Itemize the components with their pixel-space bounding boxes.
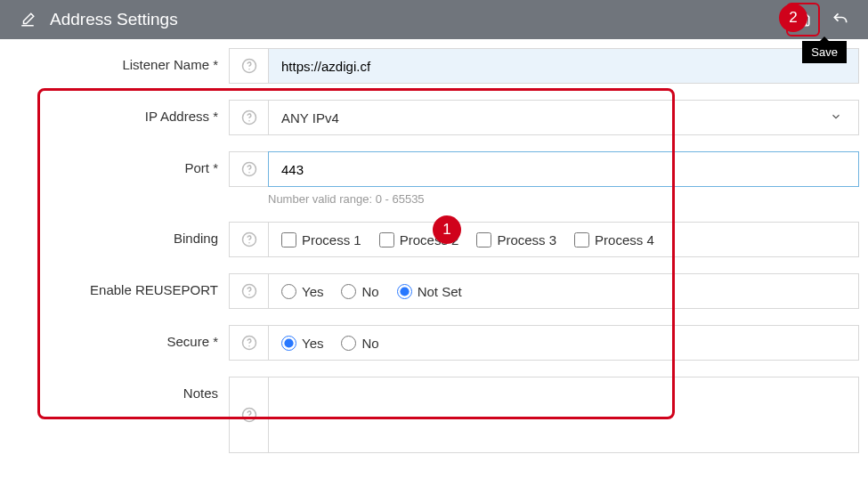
secure-group: Yes No	[268, 325, 859, 361]
reuseport-notset-label: Not Set	[418, 284, 462, 299]
port-input[interactable]	[281, 162, 846, 177]
secure-yes-label: Yes	[302, 336, 323, 351]
row-secure: Secure * Yes No	[9, 325, 859, 361]
binding-process-1[interactable]: Process 1	[281, 232, 361, 248]
ip-address-select[interactable]: ANY IPv4	[281, 110, 846, 126]
secure-no[interactable]: No	[341, 336, 378, 351]
label-reuseport: Enable REUSEPORT	[9, 273, 229, 297]
binding-process-3[interactable]: Process 3	[476, 232, 556, 248]
svg-point-9	[248, 294, 250, 296]
svg-point-13	[248, 418, 250, 419]
binding-process-2-checkbox[interactable]	[379, 232, 394, 248]
svg-point-1	[248, 69, 250, 70]
notes-textarea[interactable]	[274, 383, 853, 447]
row-notes: Notes	[9, 377, 859, 453]
label-listener-name: Listener Name *	[9, 48, 229, 72]
row-binding: Binding Process 1 Process 2	[9, 222, 859, 257]
help-icon[interactable]	[229, 325, 268, 361]
port-input-wrap	[268, 151, 859, 187]
save-button[interactable]	[790, 6, 816, 33]
notes-wrap	[268, 377, 859, 453]
binding-group: Process 1 Process 2 Process 3 Proce	[268, 222, 859, 257]
port-hint: Number valid range: 0 - 65535	[9, 192, 859, 206]
secure-yes-radio[interactable]	[281, 336, 296, 351]
label-notes: Notes	[9, 377, 229, 401]
reuseport-no[interactable]: No	[341, 284, 378, 299]
help-icon[interactable]	[229, 100, 268, 135]
binding-process-4[interactable]: Process 4	[574, 232, 654, 248]
form-body: 1 Listener Name * IP Address *	[0, 39, 868, 461]
listener-name-input-wrap	[268, 48, 859, 84]
svg-point-7	[248, 242, 250, 244]
row-ip-address: IP Address * ANY IPv4	[9, 100, 859, 135]
svg-point-3	[248, 120, 250, 122]
reuseport-yes-radio[interactable]	[281, 284, 296, 299]
secure-no-radio[interactable]	[341, 336, 356, 351]
address-settings-panel: 2 Address Settings Save 1 Listener Name …	[0, 0, 868, 461]
help-icon[interactable]	[229, 151, 268, 187]
help-icon[interactable]	[229, 48, 268, 84]
reuseport-no-label: No	[361, 284, 378, 299]
reuseport-notset[interactable]: Not Set	[397, 284, 462, 299]
ip-address-select-wrap: ANY IPv4	[268, 100, 859, 135]
binding-process-2[interactable]: Process 2	[379, 232, 459, 248]
help-icon[interactable]	[229, 273, 268, 309]
row-reuseport: Enable REUSEPORT Yes No	[9, 273, 859, 309]
secure-yes[interactable]: Yes	[281, 336, 323, 351]
undo-button[interactable]	[827, 6, 854, 33]
row-port: Port *	[9, 151, 859, 187]
binding-process-4-label: Process 4	[595, 232, 654, 248]
help-icon[interactable]	[229, 377, 268, 453]
save-tooltip: Save	[802, 41, 847, 63]
edit-icon	[14, 6, 41, 33]
binding-process-3-label: Process 3	[497, 232, 556, 248]
help-icon[interactable]	[229, 222, 268, 257]
svg-point-11	[248, 345, 250, 347]
label-secure: Secure *	[9, 325, 229, 349]
reuseport-notset-radio[interactable]	[397, 284, 412, 299]
reuseport-no-radio[interactable]	[341, 284, 356, 299]
secure-no-label: No	[361, 336, 378, 351]
binding-process-2-label: Process 2	[400, 232, 459, 248]
binding-process-4-checkbox[interactable]	[574, 232, 589, 248]
listener-name-input[interactable]	[281, 59, 846, 74]
label-binding: Binding	[9, 222, 229, 246]
label-port: Port *	[9, 151, 229, 175]
label-ip-address: IP Address *	[9, 100, 229, 124]
binding-process-1-checkbox[interactable]	[281, 232, 296, 248]
row-listener-name: Listener Name *	[9, 48, 859, 84]
reuseport-group: Yes No Not Set	[268, 273, 859, 309]
panel-header: Address Settings Save	[0, 0, 868, 39]
binding-process-3-checkbox[interactable]	[476, 232, 491, 248]
svg-point-5	[248, 172, 250, 174]
panel-title: Address Settings	[50, 10, 178, 29]
reuseport-yes[interactable]: Yes	[281, 284, 323, 299]
reuseport-yes-label: Yes	[302, 284, 323, 299]
binding-process-1-label: Process 1	[302, 232, 361, 248]
